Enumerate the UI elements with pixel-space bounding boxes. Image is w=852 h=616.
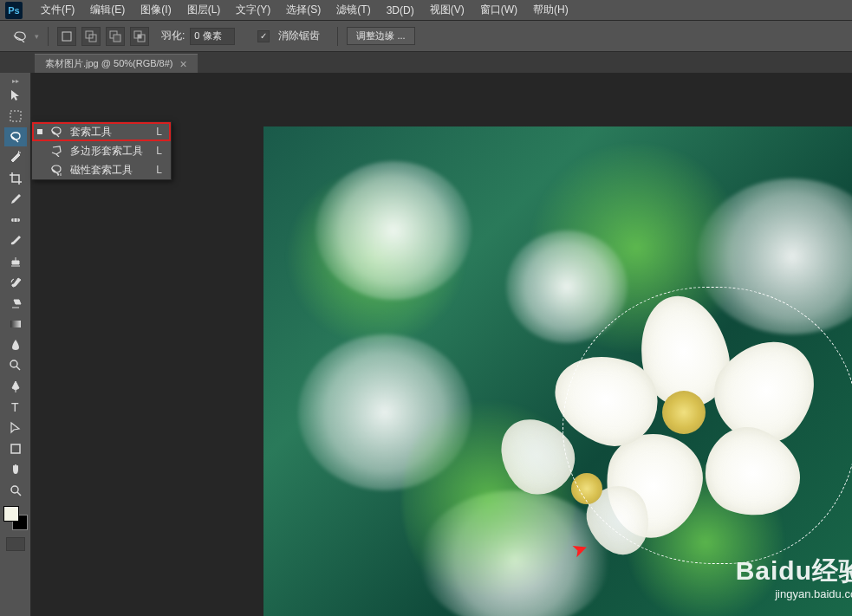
polygonal-lasso-icon <box>49 145 63 157</box>
selection-intersect-button[interactable] <box>130 27 149 46</box>
menu-image[interactable]: 图像(I) <box>133 0 179 21</box>
selection-new-button[interactable] <box>57 27 76 46</box>
svg-point-11 <box>10 360 17 367</box>
options-bar: ▾ 羽化: 消除锯齿 调整边缘 ... <box>0 21 852 52</box>
healing-brush-tool[interactable] <box>4 211 27 230</box>
foreground-color-swatch[interactable] <box>3 506 19 522</box>
flyout-magnetic-lasso-tool[interactable]: 磁性套索工具 L <box>32 160 171 179</box>
marquee-tool[interactable] <box>4 107 27 126</box>
eyedropper-tool[interactable] <box>4 190 27 209</box>
flyout-item-label: 多边形套索工具 <box>70 144 149 159</box>
pen-tool[interactable] <box>4 377 27 396</box>
eraser-tool[interactable] <box>4 294 27 313</box>
flower-subject <box>537 287 831 547</box>
refine-edge-button[interactable]: 调整边缘 ... <box>347 27 414 45</box>
antialias-label: 消除锯齿 <box>278 29 320 43</box>
dodge-tool[interactable] <box>4 356 27 375</box>
menu-layer[interactable]: 图层(L) <box>179 0 229 21</box>
selection-subtract-button[interactable] <box>106 27 125 46</box>
tool-panel: ▸▸ T <box>0 73 31 616</box>
flyout-item-label: 套索工具 <box>70 125 149 139</box>
flyout-item-shortcut: L <box>156 164 162 176</box>
flyout-lasso-tool[interactable]: 套索工具 L <box>32 122 171 141</box>
expand-panel-icon[interactable]: ▸▸ <box>0 76 30 85</box>
svg-rect-10 <box>10 321 21 327</box>
menu-edit[interactable]: 编辑(E) <box>82 0 133 21</box>
gradient-tool[interactable] <box>4 314 27 334</box>
close-tab-icon[interactable]: × <box>180 58 187 70</box>
svg-text:T: T <box>11 400 19 414</box>
menu-help[interactable]: 帮助(H) <box>525 0 576 21</box>
type-tool[interactable]: T <box>4 398 27 417</box>
move-tool[interactable] <box>4 86 27 105</box>
menu-text[interactable]: 文字(Y) <box>228 0 278 21</box>
document-canvas[interactable]: ➤ Baidu经验 jingyan.baidu.com <box>263 126 852 616</box>
svg-rect-8 <box>10 111 21 121</box>
zoom-tool[interactable] <box>4 481 27 500</box>
svg-rect-0 <box>62 32 71 41</box>
flyout-item-shortcut: L <box>156 126 162 138</box>
hand-tool[interactable] <box>4 460 27 479</box>
app-logo: Ps <box>5 2 23 19</box>
watermark: Baidu经验 jingyan.baidu.com <box>736 554 852 600</box>
menu-filter[interactable]: 滤镜(T) <box>328 0 378 21</box>
current-tool-icon[interactable] <box>9 27 33 46</box>
menu-bar: Ps 文件(F) 编辑(E) 图像(I) 图层(L) 文字(Y) 选择(S) 滤… <box>0 0 852 21</box>
color-swatches[interactable] <box>3 506 28 530</box>
lasso-icon <box>49 126 63 138</box>
svg-rect-9 <box>11 218 20 222</box>
feather-input[interactable] <box>190 28 235 45</box>
svg-rect-13 <box>11 444 20 453</box>
flyout-polygonal-lasso-tool[interactable]: 多边形套索工具 L <box>32 141 171 160</box>
clone-stamp-tool[interactable] <box>4 252 27 271</box>
selection-add-button[interactable] <box>81 27 101 46</box>
flyout-item-label: 磁性套索工具 <box>70 163 149 178</box>
magnetic-lasso-icon <box>49 164 63 176</box>
feather-label: 羽化: <box>161 29 185 43</box>
document-tab-title: 素材图片.jpg @ 50%(RGB/8#) <box>45 57 173 70</box>
watermark-url: jingyan.baidu.com <box>736 587 852 600</box>
menu-window[interactable]: 窗口(W) <box>472 0 525 21</box>
document-tab-bar: 素材图片.jpg @ 50%(RGB/8#) × <box>0 52 852 73</box>
svg-rect-7 <box>138 35 141 38</box>
lasso-tool[interactable] <box>4 127 27 146</box>
menu-view[interactable]: 视图(V) <box>422 0 472 21</box>
shape-tool[interactable] <box>4 439 27 458</box>
flyout-item-shortcut: L <box>156 145 162 157</box>
svg-rect-4 <box>114 35 120 42</box>
history-brush-tool[interactable] <box>4 273 27 292</box>
selected-dot-icon <box>37 129 42 134</box>
svg-point-14 <box>11 486 18 493</box>
lasso-tool-flyout: 套索工具 L 多边形套索工具 L 磁性套索工具 L <box>31 121 172 180</box>
path-selection-tool[interactable] <box>4 418 27 438</box>
menu-select[interactable]: 选择(S) <box>278 0 328 21</box>
magic-wand-tool[interactable] <box>4 148 27 167</box>
crop-tool[interactable] <box>4 169 27 188</box>
brush-tool[interactable] <box>4 231 27 250</box>
watermark-brand: Baidu经验 <box>736 554 852 589</box>
document-tab[interactable]: 素材图片.jpg @ 50%(RGB/8#) × <box>35 54 198 73</box>
blur-tool[interactable] <box>4 335 27 354</box>
antialias-checkbox[interactable] <box>257 30 270 42</box>
menu-file[interactable]: 文件(F) <box>33 0 82 21</box>
quick-mask-toggle[interactable] <box>6 537 25 551</box>
menu-3d[interactable]: 3D(D) <box>379 0 422 21</box>
